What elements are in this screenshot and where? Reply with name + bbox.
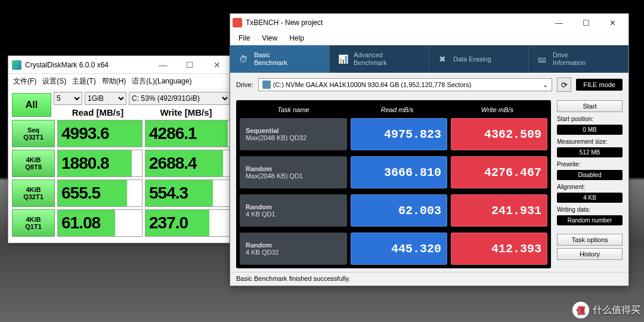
read-value: 655.5 [57, 179, 143, 207]
test-button-4kib-q32t1[interactable]: 4KiBQ32T1 [12, 179, 55, 207]
size-select[interactable]: 1GiB [85, 92, 126, 105]
read-value: 1880.8 [57, 150, 143, 177]
watermark-badge-icon: 值 [572, 302, 589, 318]
read-value: 4975.823 [351, 118, 447, 150]
drive-select[interactable]: (C:) NVMe GALAX HA1K1000N 930.84 GB (1,9… [258, 78, 552, 91]
table-row: Random4 KB QD32 445.320 412.393 [240, 233, 547, 265]
side-panel: Start Start position: 0 MB Measurement s… [557, 100, 623, 268]
alignment-label: Alignment: [557, 184, 623, 190]
drive-label: Drive: [236, 81, 253, 88]
col-write: Write mB/s [447, 106, 547, 113]
col-task: Task name [240, 106, 347, 113]
chevron-down-icon: ⌄ [543, 81, 548, 89]
read-value: 62.003 [351, 194, 447, 227]
task-name: SequentialMax(2048 KB) QD32 [240, 118, 347, 150]
txb-titlebar[interactable]: TxBENCH - New project — ☐ ✕ [230, 14, 628, 32]
cdm-titlebar[interactable]: CrystalDiskMark 6.0.0 x64 — ☐ ✕ [8, 56, 234, 74]
read-value: 445.320 [351, 233, 447, 265]
passes-select[interactable]: 5 [54, 92, 82, 105]
writing-value[interactable]: Random number [557, 215, 623, 225]
erase-icon: ✖ [436, 53, 448, 65]
file-mode-button[interactable]: FILE mode [576, 79, 623, 91]
refresh-button[interactable]: ⟳ [557, 78, 571, 92]
maximize-button[interactable]: ☐ [572, 14, 599, 31]
txbench-window: TxBENCH - New project — ☐ ✕ File View He… [230, 13, 629, 286]
cdm-menubar: 文件(F) 设置(S) 主题(T) 帮助(H) 语言(L)(Language) [8, 74, 234, 89]
meassize-label: Measurement size: [557, 138, 623, 145]
minimize-button[interactable]: — [546, 14, 572, 31]
test-button-seq-q32t1[interactable]: SeqQ32T1 [12, 120, 55, 147]
task-name: Random4 KB QD32 [240, 233, 347, 265]
menu-theme[interactable]: 主题(T) [70, 75, 98, 88]
start-button[interactable]: Start [557, 100, 623, 112]
menu-settings[interactable]: 设置(S) [40, 75, 69, 88]
hdd-icon [262, 80, 271, 89]
col-read: Read mB/s [347, 106, 447, 113]
cdm-app-icon [12, 60, 21, 70]
watermark-text: 什么值得买 [593, 304, 640, 317]
menu-view[interactable]: View [257, 33, 282, 44]
tab-basic-benchmark[interactable]: ⏱ BasicBenchmark [230, 45, 330, 73]
write-value: 554.3 [145, 179, 230, 207]
task-name: RandomMax(2048 KB) QD1 [240, 156, 347, 188]
close-button[interactable]: ✕ [203, 57, 230, 73]
task-options-button[interactable]: Task options [557, 234, 623, 246]
menu-file[interactable]: 文件(F) [11, 75, 39, 88]
txb-title: TxBENCH - New project [246, 18, 546, 27]
startpos-value[interactable]: 0 MB [557, 125, 623, 135]
write-value: 4362.509 [451, 118, 547, 150]
write-value: 241.931 [451, 194, 547, 227]
menu-help[interactable]: 帮助(H) [100, 75, 129, 88]
tab-drive-information[interactable]: 🖴 DriveInformation [529, 45, 628, 73]
menu-language[interactable]: 语言(L)(Language) [129, 75, 194, 88]
test-button-4kib-q1t1[interactable]: 4KiBQ1T1 [12, 209, 55, 237]
barchart-icon: 📊 [337, 53, 349, 65]
tab-advanced-benchmark[interactable]: 📊 AdvancedBenchmark [330, 45, 429, 73]
history-button[interactable]: History [557, 248, 623, 260]
table-row: SequentialMax(2048 KB) QD32 4975.823 436… [240, 118, 547, 150]
drive-selector-row: Drive: (C:) NVMe GALAX HA1K1000N 930.84 … [230, 73, 628, 97]
writing-label: Writing data: [557, 206, 623, 213]
cdm-results-grid: SeqQ32T1 4993.6 4286.1 4KiBQ8T8 1880.8 2… [12, 120, 230, 237]
status-bar: Basic Benchmark finished successfully. [230, 272, 628, 286]
menu-file[interactable]: File [234, 33, 255, 44]
maximize-button[interactable]: ☐ [177, 57, 203, 73]
watermark: 值 什么值得买 [572, 302, 640, 318]
results-table: Task name Read mB/s Write mB/s Sequentia… [236, 100, 551, 268]
prewrite-label: Prewrite: [557, 161, 623, 168]
task-name: Random4 KB QD1 [240, 194, 347, 227]
close-button[interactable]: ✕ [599, 14, 626, 31]
meassize-value[interactable]: 512 MB [557, 147, 623, 157]
crystaldiskmark-window: CrystalDiskMark 6.0.0 x64 — ☐ ✕ 文件(F) 设置… [8, 55, 234, 243]
minimize-button[interactable]: — [150, 57, 177, 73]
txb-app-icon [233, 18, 242, 27]
write-value: 4286.1 [145, 120, 230, 147]
write-value: 412.393 [451, 233, 547, 265]
table-row: Random4 KB QD1 62.003 241.931 [240, 194, 547, 227]
write-value: 4276.467 [451, 156, 547, 188]
write-value: 2688.4 [145, 150, 230, 177]
test-button-4kib-q8t8[interactable]: 4KiBQ8T8 [12, 150, 55, 177]
drive-icon: 🖴 [536, 53, 548, 65]
tab-data-erasing[interactable]: ✖ Data Erasing [429, 45, 529, 73]
table-row: RandomMax(2048 KB) QD1 3666.810 4276.467 [240, 156, 547, 188]
write-value: 237.0 [145, 209, 230, 237]
prewrite-value[interactable]: Disabled [557, 170, 623, 180]
read-value: 4993.6 [57, 120, 143, 147]
read-header: Read [MB/s] [54, 107, 142, 117]
gauge-icon: ⏱ [237, 53, 249, 65]
drive-text: (C:) NVMe GALAX HA1K1000N 930.84 GB (1,9… [273, 81, 472, 88]
alignment-value[interactable]: 4 KB [557, 193, 623, 203]
txb-tabs: ⏱ BasicBenchmark 📊 AdvancedBenchmark ✖ D… [230, 45, 628, 73]
startpos-label: Start position: [557, 116, 623, 122]
drive-select[interactable]: C: 53% (492/931GiB) [129, 92, 230, 105]
cdm-title: CrystalDiskMark 6.0.0 x64 [25, 61, 150, 69]
menu-help[interactable]: Help [284, 33, 309, 44]
read-value: 61.08 [57, 209, 143, 237]
all-button[interactable]: All [12, 93, 51, 117]
read-value: 3666.810 [351, 156, 447, 188]
txb-menubar: File View Help [230, 32, 628, 45]
write-header: Write [MB/s] [142, 107, 230, 117]
